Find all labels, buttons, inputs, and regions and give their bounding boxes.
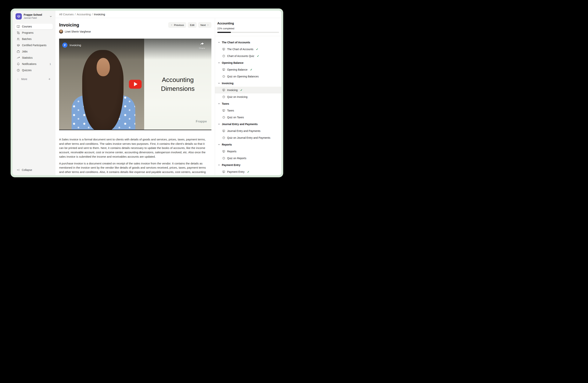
edit-button[interactable]: Edit [188, 22, 197, 28]
outline-item-label: Quiz on Taxes [227, 116, 244, 119]
lesson-paragraph: A purchase invoice is a document created… [59, 161, 207, 175]
breadcrumb-accounting[interactable]: Accounting [77, 13, 91, 16]
sidebar-item-quizzes[interactable]: Quizzes [15, 67, 53, 73]
lesson-icon [222, 129, 225, 133]
sidebar-item-courses[interactable]: Courses [15, 24, 53, 29]
school-name: Frappe School [24, 13, 42, 17]
sidebar-item-notifications[interactable]: Notifications1 [15, 61, 53, 67]
next-button[interactable]: Next [198, 22, 211, 28]
outline-section-payment-entry[interactable]: Payment Entry [215, 162, 281, 168]
chevron-down-icon [218, 41, 220, 44]
outline-section-journal-entry-and-payments[interactable]: Journal Entry and Payments [215, 121, 281, 128]
help-circle-icon [222, 157, 225, 160]
breadcrumb: All Courses / Accounting / Invoicing [55, 11, 281, 18]
outline-section-title: Opening Balance [222, 61, 243, 64]
breadcrumb-current: Invoicing [94, 13, 105, 16]
outline-item-quiz-on-taxes[interactable]: Quiz on Taxes [215, 114, 281, 121]
outline-section-title: Journal Entry and Payments [222, 123, 258, 126]
page-title: Invoicing [59, 22, 79, 28]
author-row: Linet Sherin Varghese [59, 30, 211, 34]
video-top-gradient [59, 38, 211, 60]
chevron-down-icon[interactable] [49, 15, 52, 18]
outline-section-taxes[interactable]: Taxes [215, 100, 281, 107]
outline-section-invoicing[interactable]: Invoicing [215, 80, 281, 87]
outline-section-title: Reports [222, 143, 232, 146]
chevron-down-icon [218, 143, 220, 146]
sidebar-item-label: Notifications [22, 62, 36, 65]
breadcrumb-all-courses[interactable]: All Courses [59, 13, 74, 16]
outline-item-opening-balance[interactable]: Opening Balance✓ [215, 66, 281, 73]
help-circle-icon [222, 95, 225, 98]
outline-item-payment-entry[interactable]: Payment Entry✓ [215, 168, 281, 175]
sidebar-item-label: Certified Participants [22, 44, 46, 47]
outline-section-opening-balance[interactable]: Opening Balance [215, 59, 281, 66]
lesson-icon [222, 89, 225, 92]
sidebar-item-label: Courses [22, 25, 32, 28]
course-progress-bar [217, 32, 279, 33]
lesson-icon [222, 109, 225, 112]
lesson-icon [222, 150, 225, 153]
course-outline-panel: Accounting 22% completed The Chart of Ac… [215, 18, 281, 175]
completed-check-icon: ✓ [250, 68, 252, 71]
frappe-school-logo-icon [16, 13, 22, 19]
outline-section-the-chart-of-accounts[interactable]: The Chart of Accounts [215, 39, 281, 46]
sidebar-item-jobs[interactable]: Jobs [15, 49, 53, 54]
sidebar-item-label: Batches [22, 38, 32, 40]
outline-item-quiz-on-invoicing[interactable]: Quiz on Invoicing [215, 94, 281, 100]
school-switcher[interactable]: Frappe School Jannat Patel [15, 13, 53, 19]
body-row: Invoicing Previous Edit Next [55, 18, 281, 175]
outline-item-invoicing[interactable]: Invoicing✓ [215, 87, 281, 94]
completed-check-icon: ✓ [257, 55, 259, 57]
outline-item-quiz-on-reports[interactable]: Quiz on Reports [215, 155, 281, 162]
sidebar-item-certified-participants[interactable]: Certified Participants [15, 42, 53, 48]
users-icon [17, 38, 20, 41]
previous-button[interactable]: Previous [168, 22, 186, 28]
course-progress-label: 22% completed [217, 27, 279, 30]
lesson-content: Invoicing Previous Edit Next [55, 18, 215, 175]
outline-section-title: The Chart of Accounts [222, 41, 250, 44]
video-watermark: Frappe [196, 120, 207, 123]
sidebar-item-batches[interactable]: Batches [15, 36, 53, 42]
graduation-cap-icon [17, 44, 20, 47]
chevron-right-icon [207, 24, 209, 26]
breadcrumb-separator: / [75, 13, 76, 16]
outline-item-taxes[interactable]: Taxes [215, 107, 281, 114]
plus-icon[interactable] [48, 77, 51, 81]
play-button[interactable] [129, 80, 142, 89]
lesson-title-row: Invoicing Previous Edit Next [59, 22, 211, 28]
channel-avatar[interactable]: F [62, 43, 67, 48]
outline-item-label: Quiz on Opening Balances [227, 75, 259, 78]
outline-item-label: Payment Entry [227, 170, 245, 173]
outline-item-label: Quiz on Journal Entry and Payments [227, 136, 270, 139]
chevron-down-icon [218, 102, 220, 105]
video-player[interactable]: Accounting Dimensions F Invoicing [59, 38, 211, 130]
video-slide-text: Accounting Dimensions [161, 75, 195, 93]
outline-item-label: Opening Balance [227, 68, 247, 71]
outline-item-chart-of-accounts-quiz[interactable]: Chart of Accounts Quiz✓ [215, 53, 281, 59]
sidebar-item-label: Statistics [22, 56, 33, 59]
outline-item-label: Taxes [227, 109, 234, 112]
outline-item-quiz-on-journal-entry-and-payments[interactable]: Quiz on Journal Entry and Payments [215, 134, 281, 141]
chevron-down-icon [218, 61, 220, 64]
outline-item-the-chart-of-accounts[interactable]: The Chart of Accounts✓ [215, 46, 281, 53]
outline-item-journal-entry-and-payments[interactable]: Journal Entry and Payments [215, 128, 281, 134]
sidebar-item-programs[interactable]: Programs [15, 30, 53, 36]
sidebar-item-statistics[interactable]: Statistics [15, 55, 53, 60]
sidebar-more-label: More [21, 77, 27, 81]
share-button[interactable]: Share [196, 41, 208, 50]
lesson-body: A Sales invoice is a formal document sen… [59, 137, 207, 175]
sidebar-more[interactable]: More [15, 76, 53, 82]
sidebar-collapse-button[interactable]: Collapse [15, 167, 53, 173]
outline-section-reports[interactable]: Reports [215, 141, 281, 148]
app-window: Frappe School Jannat Patel CoursesProgra… [13, 11, 281, 175]
sidebar-collapse-label: Collapse [22, 168, 32, 172]
outline-item-label: The Chart of Accounts [227, 48, 253, 51]
chevron-left-icon [170, 24, 173, 26]
outline-item-quiz-on-opening-balances[interactable]: Quiz on Opening Balances [215, 73, 281, 80]
outline-item-reports[interactable]: Reports [215, 148, 281, 155]
lesson-icon [222, 68, 225, 71]
course-panel-header: Accounting 22% completed [215, 18, 281, 36]
video-title[interactable]: Invoicing [69, 43, 81, 47]
presenter-face [97, 58, 110, 76]
notification-count-badge: 1 [50, 63, 51, 65]
